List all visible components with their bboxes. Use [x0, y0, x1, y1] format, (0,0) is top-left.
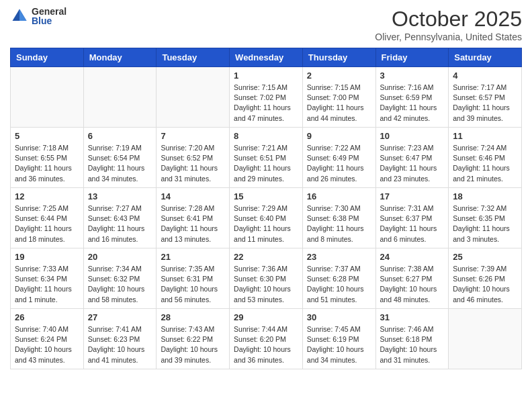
- day-info: Sunrise: 7:27 AM Sunset: 6:43 PM Dayligh…: [88, 203, 152, 244]
- month-title: October 2025: [375, 7, 522, 32]
- day-number: 15: [234, 191, 298, 201]
- day-number: 18: [453, 191, 517, 201]
- calendar-cell: 22Sunrise: 7:36 AM Sunset: 6:30 PM Dayli…: [230, 248, 303, 309]
- day-info: Sunrise: 7:15 AM Sunset: 7:00 PM Dayligh…: [307, 83, 371, 124]
- calendar-cell: 15Sunrise: 7:29 AM Sunset: 6:40 PM Dayli…: [230, 188, 303, 248]
- header-row: SundayMondayTuesdayWednesdayThursdayFrid…: [11, 48, 522, 67]
- calendar-cell: 4Sunrise: 7:17 AM Sunset: 6:57 PM Daylig…: [449, 67, 522, 128]
- day-number: 17: [380, 191, 445, 201]
- day-info: Sunrise: 7:21 AM Sunset: 6:51 PM Dayligh…: [234, 143, 298, 184]
- day-number: 11: [453, 131, 517, 141]
- day-info: Sunrise: 7:34 AM Sunset: 6:32 PM Dayligh…: [88, 264, 152, 305]
- day-number: 7: [161, 131, 225, 141]
- calendar-cell: 26Sunrise: 7:40 AM Sunset: 6:24 PM Dayli…: [11, 309, 84, 369]
- calendar-cell: [157, 67, 230, 128]
- week-row-2: 5Sunrise: 7:18 AM Sunset: 6:55 PM Daylig…: [11, 128, 522, 188]
- day-number: 10: [380, 131, 445, 141]
- day-info: Sunrise: 7:30 AM Sunset: 6:38 PM Dayligh…: [307, 203, 371, 244]
- calendar-cell: 6Sunrise: 7:19 AM Sunset: 6:54 PM Daylig…: [83, 128, 157, 188]
- calendar-cell: 10Sunrise: 7:23 AM Sunset: 6:47 PM Dayli…: [375, 128, 449, 188]
- day-info: Sunrise: 7:18 AM Sunset: 6:55 PM Dayligh…: [15, 143, 79, 184]
- page-container: General Blue October 2025 Oliver, Pennsy…: [0, 0, 532, 379]
- day-info: Sunrise: 7:24 AM Sunset: 6:46 PM Dayligh…: [453, 143, 517, 184]
- day-number: 26: [15, 312, 79, 322]
- calendar-cell: 14Sunrise: 7:28 AM Sunset: 6:41 PM Dayli…: [157, 188, 230, 248]
- calendar-cell: [83, 67, 157, 128]
- day-number: 19: [15, 252, 79, 262]
- day-info: Sunrise: 7:38 AM Sunset: 6:27 PM Dayligh…: [380, 264, 445, 305]
- col-header-thursday: Thursday: [302, 48, 375, 67]
- calendar-cell: 7Sunrise: 7:20 AM Sunset: 6:52 PM Daylig…: [157, 128, 230, 188]
- calendar-cell: 23Sunrise: 7:37 AM Sunset: 6:28 PM Dayli…: [302, 248, 375, 309]
- day-info: Sunrise: 7:45 AM Sunset: 6:19 PM Dayligh…: [307, 324, 371, 365]
- week-row-3: 12Sunrise: 7:25 AM Sunset: 6:44 PM Dayli…: [11, 188, 522, 248]
- day-info: Sunrise: 7:32 AM Sunset: 6:35 PM Dayligh…: [453, 203, 517, 244]
- day-info: Sunrise: 7:36 AM Sunset: 6:30 PM Dayligh…: [234, 264, 298, 305]
- day-number: 3: [380, 71, 445, 81]
- page-header: General Blue October 2025 Oliver, Pennsy…: [10, 7, 522, 42]
- day-number: 1: [234, 71, 298, 81]
- logo-blue-text: Blue: [32, 16, 66, 26]
- day-info: Sunrise: 7:43 AM Sunset: 6:22 PM Dayligh…: [161, 324, 225, 365]
- calendar-cell: 18Sunrise: 7:32 AM Sunset: 6:35 PM Dayli…: [449, 188, 522, 248]
- day-info: Sunrise: 7:40 AM Sunset: 6:24 PM Dayligh…: [15, 324, 79, 365]
- svg-marker-1: [19, 9, 27, 21]
- calendar-cell: [11, 67, 84, 128]
- calendar-cell: 11Sunrise: 7:24 AM Sunset: 6:46 PM Dayli…: [449, 128, 522, 188]
- calendar-table: SundayMondayTuesdayWednesdayThursdayFrid…: [10, 48, 522, 369]
- day-number: 16: [307, 191, 371, 201]
- day-number: 24: [380, 252, 445, 262]
- calendar-cell: 24Sunrise: 7:38 AM Sunset: 6:27 PM Dayli…: [375, 248, 449, 309]
- calendar-cell: 31Sunrise: 7:46 AM Sunset: 6:18 PM Dayli…: [375, 309, 449, 369]
- day-info: Sunrise: 7:17 AM Sunset: 6:57 PM Dayligh…: [453, 83, 517, 124]
- calendar-cell: 20Sunrise: 7:34 AM Sunset: 6:32 PM Dayli…: [83, 248, 157, 309]
- day-number: 2: [307, 71, 371, 81]
- day-number: 31: [380, 312, 445, 322]
- calendar-cell: 3Sunrise: 7:16 AM Sunset: 6:59 PM Daylig…: [375, 67, 449, 128]
- calendar-cell: 9Sunrise: 7:22 AM Sunset: 6:49 PM Daylig…: [302, 128, 375, 188]
- day-number: 20: [88, 252, 152, 262]
- calendar-cell: 30Sunrise: 7:45 AM Sunset: 6:19 PM Dayli…: [302, 309, 375, 369]
- day-number: 30: [307, 312, 371, 322]
- day-number: 6: [88, 131, 152, 141]
- calendar-cell: 1Sunrise: 7:15 AM Sunset: 7:02 PM Daylig…: [230, 67, 303, 128]
- col-header-friday: Friday: [375, 48, 449, 67]
- calendar-cell: 16Sunrise: 7:30 AM Sunset: 6:38 PM Dayli…: [302, 188, 375, 248]
- day-info: Sunrise: 7:29 AM Sunset: 6:40 PM Dayligh…: [234, 203, 298, 244]
- day-info: Sunrise: 7:19 AM Sunset: 6:54 PM Dayligh…: [88, 143, 152, 184]
- day-info: Sunrise: 7:28 AM Sunset: 6:41 PM Dayligh…: [161, 203, 225, 244]
- calendar-cell: 17Sunrise: 7:31 AM Sunset: 6:37 PM Dayli…: [375, 188, 449, 248]
- title-block: October 2025 Oliver, Pennsylvania, Unite…: [375, 7, 522, 42]
- logo-general-text: General: [32, 7, 66, 16]
- calendar-cell: 21Sunrise: 7:35 AM Sunset: 6:31 PM Dayli…: [157, 248, 230, 309]
- calendar-cell: 13Sunrise: 7:27 AM Sunset: 6:43 PM Dayli…: [83, 188, 157, 248]
- day-number: 13: [88, 191, 152, 201]
- calendar-cell: 25Sunrise: 7:39 AM Sunset: 6:26 PM Dayli…: [449, 248, 522, 309]
- day-number: 22: [234, 252, 298, 262]
- day-info: Sunrise: 7:37 AM Sunset: 6:28 PM Dayligh…: [307, 264, 371, 305]
- day-number: 29: [234, 312, 298, 322]
- day-info: Sunrise: 7:16 AM Sunset: 6:59 PM Dayligh…: [380, 83, 445, 124]
- calendar-cell: 19Sunrise: 7:33 AM Sunset: 6:34 PM Dayli…: [11, 248, 84, 309]
- calendar-cell: 29Sunrise: 7:44 AM Sunset: 6:20 PM Dayli…: [230, 309, 303, 369]
- day-number: 4: [453, 71, 517, 81]
- day-info: Sunrise: 7:46 AM Sunset: 6:18 PM Dayligh…: [380, 324, 445, 365]
- day-number: 28: [161, 312, 225, 322]
- calendar-cell: 12Sunrise: 7:25 AM Sunset: 6:44 PM Dayli…: [11, 188, 84, 248]
- day-info: Sunrise: 7:41 AM Sunset: 6:23 PM Dayligh…: [88, 324, 152, 365]
- day-info: Sunrise: 7:39 AM Sunset: 6:26 PM Dayligh…: [453, 264, 517, 305]
- day-info: Sunrise: 7:25 AM Sunset: 6:44 PM Dayligh…: [15, 203, 79, 244]
- day-info: Sunrise: 7:15 AM Sunset: 7:02 PM Dayligh…: [234, 83, 298, 124]
- calendar-cell: [449, 309, 522, 369]
- day-number: 27: [88, 312, 152, 322]
- calendar-cell: 28Sunrise: 7:43 AM Sunset: 6:22 PM Dayli…: [157, 309, 230, 369]
- calendar-cell: 8Sunrise: 7:21 AM Sunset: 6:51 PM Daylig…: [230, 128, 303, 188]
- day-number: 14: [161, 191, 225, 201]
- week-row-4: 19Sunrise: 7:33 AM Sunset: 6:34 PM Dayli…: [11, 248, 522, 309]
- day-number: 23: [307, 252, 371, 262]
- day-number: 9: [307, 131, 371, 141]
- day-number: 8: [234, 131, 298, 141]
- calendar-cell: 2Sunrise: 7:15 AM Sunset: 7:00 PM Daylig…: [302, 67, 375, 128]
- col-header-saturday: Saturday: [449, 48, 522, 67]
- col-header-monday: Monday: [83, 48, 157, 67]
